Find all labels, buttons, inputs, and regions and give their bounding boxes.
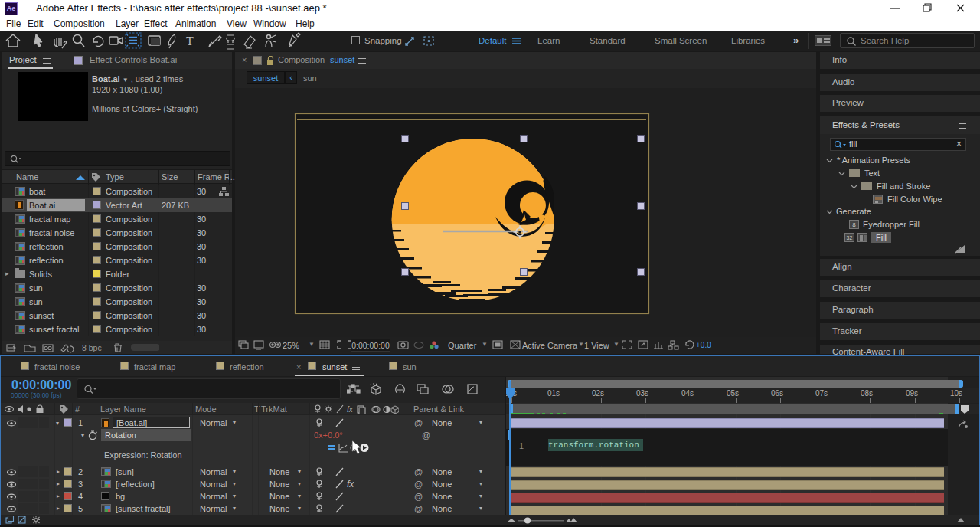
svg-text:8 bpc: 8 bpc [82,343,102,352]
svg-text:+0.0: +0.0 [696,341,711,349]
svg-text:fx: fx [347,405,354,414]
svg-text:T: T [186,34,194,47]
